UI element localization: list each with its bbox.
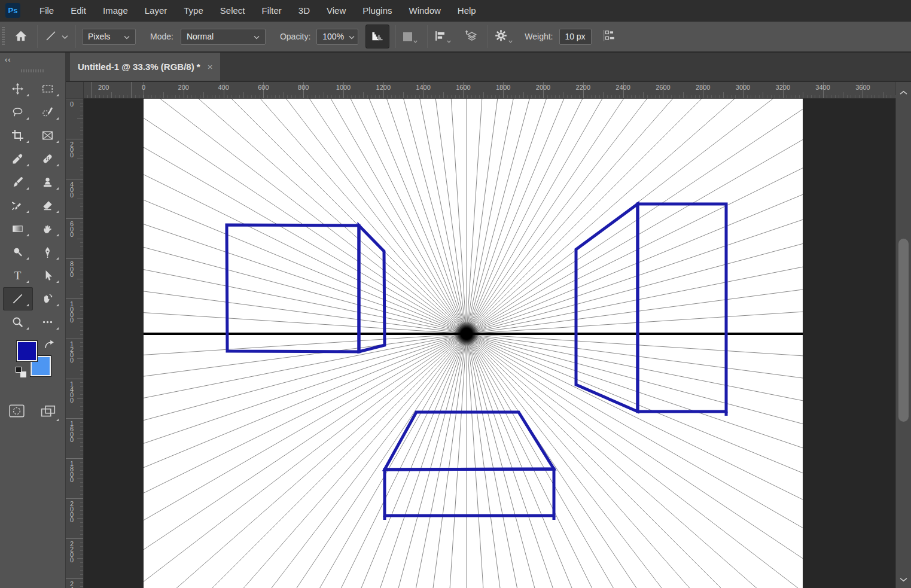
quick-mask-button[interactable] <box>9 404 25 420</box>
tool-preset-button[interactable] <box>42 28 59 46</box>
h-ruler-label: 400 <box>218 84 228 91</box>
menu-type[interactable]: Type <box>175 0 212 22</box>
menu-plugins[interactable]: Plugins <box>354 0 400 22</box>
v-ruler-label: 1200 <box>68 340 75 362</box>
line-tool-icon <box>12 293 23 304</box>
spot-healing-brush-tool[interactable] <box>33 147 63 170</box>
chevron-down-icon <box>447 35 451 45</box>
object-selection-tool-icon <box>42 106 53 118</box>
eyedropper-tool[interactable] <box>3 147 33 170</box>
v-ruler-label: 2200 <box>68 540 75 562</box>
menu-help[interactable]: Help <box>449 0 485 22</box>
v-ruler-label: 200 <box>68 141 75 157</box>
dodge-tool-icon <box>12 246 23 258</box>
tool-mode-select[interactable]: Pixels <box>82 29 136 45</box>
menu-layer[interactable]: Layer <box>136 0 176 22</box>
gear-icon <box>495 29 507 44</box>
path-selection-tool[interactable] <box>33 264 63 287</box>
menu-file[interactable]: File <box>31 0 62 22</box>
h-ruler-label: 3000 <box>736 84 750 91</box>
default-colors-button[interactable] <box>16 367 28 379</box>
chevron-down-icon <box>508 35 513 45</box>
weight-input[interactable] <box>559 29 592 45</box>
object-selection-tool[interactable] <box>33 100 63 124</box>
brush-tool[interactable] <box>3 170 33 194</box>
opacity-select[interactable]: 100% <box>316 29 358 45</box>
quick-mask-icon <box>9 409 25 419</box>
zoom-tool[interactable] <box>3 310 33 334</box>
pen-tool-icon <box>42 246 53 258</box>
hand-tool-icon <box>42 293 53 304</box>
svg-text:T: T <box>14 270 22 281</box>
document-tab-title: Untitled-1 @ 33.3% (RGB/8) * <box>78 62 200 72</box>
perspective-drawing <box>144 99 803 588</box>
close-icon[interactable]: × <box>208 62 213 72</box>
ruler-corner[interactable] <box>66 82 84 99</box>
menu-view[interactable]: View <box>318 0 354 22</box>
arrange-layers-button[interactable] <box>462 27 480 47</box>
menu-edit[interactable]: Edit <box>62 0 95 22</box>
options-bar-grip[interactable] <box>2 27 5 46</box>
home-button[interactable] <box>12 28 30 46</box>
align-icon <box>435 31 446 43</box>
v-ruler-label: 400 <box>68 181 75 197</box>
menu-filter[interactable]: Filter <box>254 0 290 22</box>
tool-preset-chevron[interactable] <box>59 29 71 44</box>
chevron-down-icon <box>124 32 130 41</box>
h-ruler-label: 1000 <box>336 84 351 91</box>
h-ruler-label: 1600 <box>456 84 470 91</box>
swap-colors-button[interactable] <box>44 340 54 352</box>
fill-swatch-button[interactable] <box>401 26 420 47</box>
vertical-scrollbar[interactable] <box>895 82 911 588</box>
h-ruler-label: 2200 <box>576 84 590 91</box>
line-tool[interactable] <box>3 287 33 310</box>
menu-select[interactable]: Select <box>212 0 254 22</box>
blend-mode-select[interactable]: Normal <box>181 29 266 45</box>
pen-tool[interactable] <box>33 240 63 264</box>
dodge-tool[interactable] <box>3 240 33 264</box>
crop-tool[interactable] <box>3 124 33 147</box>
h-ruler-label: 2400 <box>616 84 630 91</box>
anti-alias-button[interactable] <box>365 25 389 48</box>
move-tool[interactable] <box>3 77 33 100</box>
anti-alias-icon <box>371 29 384 44</box>
gradient-tool[interactable] <box>3 217 33 240</box>
scroll-down-icon[interactable] <box>900 574 907 584</box>
panel-grip[interactable] <box>21 69 45 72</box>
smudge-tool[interactable] <box>33 217 63 240</box>
align-button[interactable] <box>432 26 453 47</box>
type-tool[interactable]: T <box>3 264 33 287</box>
collapse-panel-button[interactable]: ‹‹ <box>0 53 65 64</box>
settings-button[interactable] <box>492 26 515 47</box>
menu-image[interactable]: Image <box>95 0 136 22</box>
eraser-tool[interactable] <box>33 194 63 217</box>
menu-window[interactable]: Window <box>400 0 449 22</box>
tool-mode-value: Pixels <box>88 32 119 41</box>
foreground-color-swatch[interactable] <box>17 341 37 361</box>
bottom-box-front <box>385 469 554 516</box>
scroll-up-icon[interactable] <box>900 87 907 98</box>
right-box-side <box>576 204 638 412</box>
blend-mode-value: Normal <box>187 32 249 41</box>
rectangular-marquee-tool[interactable] <box>33 77 63 100</box>
frame-tool[interactable] <box>33 124 63 147</box>
vertical-ruler[interactable]: 0200400600800100012001400160018002000220… <box>66 99 84 588</box>
history-brush-tool[interactable] <box>3 194 33 217</box>
lasso-tool[interactable] <box>3 100 33 124</box>
document-canvas[interactable] <box>144 99 803 588</box>
more-tools[interactable] <box>33 310 63 334</box>
scrollbar-thumb[interactable] <box>898 239 909 422</box>
horizontal-ruler[interactable]: 2000200400600800100012001400160018002000… <box>84 82 895 99</box>
pasteboard[interactable] <box>84 99 895 588</box>
clone-stamp-tool-icon <box>42 176 53 188</box>
menu-3d[interactable]: 3D <box>290 0 318 22</box>
h-ruler-label: 200 <box>98 84 109 91</box>
panel-toggle-button[interactable] <box>601 28 617 45</box>
hand-tool[interactable] <box>33 287 63 310</box>
home-icon <box>14 30 28 44</box>
weight-label: Weight: <box>525 32 553 41</box>
screen-mode-button[interactable] <box>41 405 56 420</box>
history-brush-tool-icon <box>12 200 23 211</box>
document-tab[interactable]: Untitled-1 @ 33.3% (RGB/8) * × <box>70 53 220 81</box>
clone-stamp-tool[interactable] <box>33 170 63 194</box>
